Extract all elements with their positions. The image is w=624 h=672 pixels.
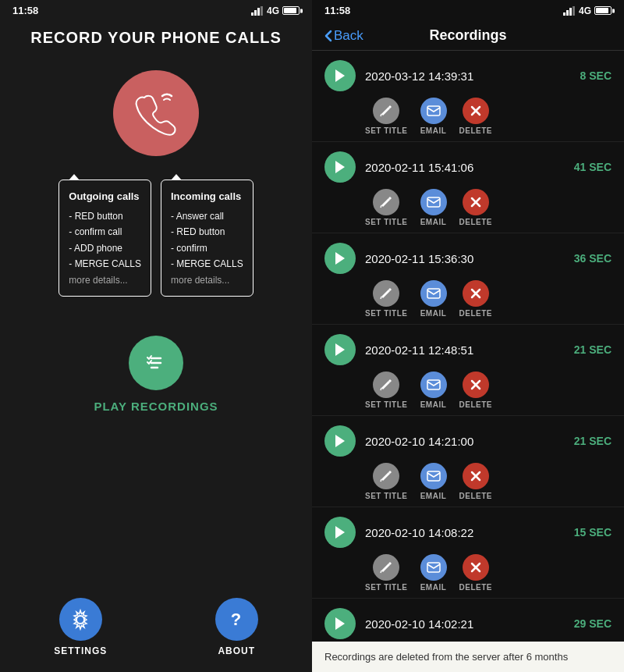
svg-text:?: ? [231, 610, 242, 629]
delete-icon-circle-3[interactable] [463, 372, 489, 398]
email-action-5[interactable]: EMAIL [420, 554, 447, 592]
delete-icon-circle-0[interactable] [463, 98, 489, 124]
outgoing-more[interactable]: more details... [69, 272, 141, 288]
x-icon-2 [469, 286, 483, 300]
recording-date-3: 2020-02-11 12:48:51 [365, 343, 565, 357]
edit-icon-circle-1[interactable] [373, 189, 399, 215]
left-status-bar: 11:58 4G [0, 0, 312, 21]
delete-action-4[interactable]: DELETE [459, 463, 492, 500]
incoming-item-2: - RED button [171, 224, 243, 240]
outgoing-calls-title: Outgoing calls [69, 188, 141, 205]
svg-rect-11 [569, 8, 572, 16]
delete-action-3[interactable]: DELETE [459, 372, 492, 409]
recording-duration-3: 21 SEC [574, 343, 612, 356]
svg-line-19 [381, 205, 381, 208]
recordings-list: 2020-03-12 14:39:31 8 SEC SET TITLE [312, 51, 624, 672]
set-title-label-3: SET TITLE [365, 400, 408, 409]
back-button[interactable]: Back [324, 28, 363, 44]
delete-action-1[interactable]: DELETE [459, 189, 492, 226]
svg-rect-12 [573, 6, 575, 16]
play-recordings-container[interactable]: PLAY RECORDINGS [94, 336, 218, 413]
play-button-2[interactable] [324, 243, 356, 274]
pencil-icon-3 [379, 378, 393, 392]
email-action-3[interactable]: EMAIL [420, 372, 447, 409]
outgoing-item-1: - RED button [69, 208, 141, 224]
edit-icon-circle-4[interactable] [373, 463, 399, 489]
edit-icon-circle-3[interactable] [373, 372, 399, 398]
delete-icon-circle-1[interactable] [463, 189, 489, 215]
about-icon-circle[interactable]: ? [215, 598, 258, 641]
set-title-action-2[interactable]: SET TITLE [365, 280, 408, 318]
recordings-title: Recordings [429, 27, 506, 44]
recording-item: 2020-02-11 15:36:30 36 SEC SET TITLE [312, 233, 624, 325]
svg-rect-40 [427, 563, 440, 572]
pencil-icon-2 [379, 286, 393, 300]
right-battery-icon [594, 6, 612, 15]
phone-icon [133, 90, 179, 137]
email-icon-circle-1[interactable] [420, 189, 447, 215]
play-button-1[interactable] [324, 151, 356, 183]
delete-action-2[interactable]: DELETE [459, 280, 492, 318]
main-title: RECORD YOUR PHONE CALLS [30, 29, 282, 47]
play-button-3[interactable] [324, 334, 356, 365]
set-title-label-0: SET TITLE [365, 126, 408, 135]
email-action-4[interactable]: EMAIL [420, 463, 447, 500]
play-button-6[interactable] [324, 608, 356, 639]
delete-icon-circle-5[interactable] [463, 554, 489, 581]
recording-date-1: 2020-02-11 15:41:06 [365, 161, 565, 174]
svg-rect-15 [427, 106, 440, 116]
email-icon-circle-4[interactable] [420, 463, 447, 489]
incoming-calls-title: Incoming calls [171, 188, 243, 205]
set-title-action-4[interactable]: SET TITLE [365, 463, 408, 500]
recording-duration-1: 41 SEC [574, 161, 612, 173]
email-label-4: EMAIL [420, 492, 447, 500]
email-action-1[interactable]: EMAIL [420, 189, 447, 226]
svg-marker-23 [335, 252, 345, 265]
svg-rect-35 [427, 471, 440, 481]
incoming-item-4: - MERGE CALLS [171, 256, 243, 272]
about-button[interactable]: ? ABOUT [215, 598, 258, 656]
incoming-more[interactable]: more details... [171, 272, 243, 288]
outgoing-item-2: - confirm call [69, 224, 141, 240]
edit-icon-circle-2[interactable] [373, 280, 399, 307]
svg-rect-10 [566, 10, 569, 16]
email-action-2[interactable]: EMAIL [420, 280, 447, 318]
x-icon-3 [469, 378, 483, 392]
edit-icon-circle-0[interactable] [373, 98, 399, 124]
play-button-5[interactable] [324, 517, 356, 548]
email-icon-2 [427, 288, 441, 299]
recording-date-6: 2020-02-10 14:02:21 [365, 617, 565, 631]
svg-marker-43 [335, 617, 345, 630]
play-button-0[interactable] [324, 60, 356, 91]
delete-label-4: DELETE [459, 492, 492, 500]
set-title-action-3[interactable]: SET TITLE [365, 372, 408, 409]
email-icon-circle-2[interactable] [420, 280, 447, 307]
delete-action-5[interactable]: DELETE [459, 554, 492, 592]
recording-date-4: 2020-02-10 14:21:00 [365, 435, 565, 448]
edit-icon-circle-5[interactable] [373, 554, 399, 581]
play-recordings-circle[interactable] [129, 336, 183, 390]
delete-icon-circle-4[interactable] [463, 463, 489, 489]
set-title-action-5[interactable]: SET TITLE [365, 554, 408, 592]
email-icon-circle-0[interactable] [420, 98, 447, 124]
email-icon-circle-3[interactable] [420, 372, 447, 398]
email-icon-circle-5[interactable] [420, 554, 447, 581]
play-button-4[interactable] [324, 425, 356, 457]
svg-line-39 [381, 571, 381, 573]
settings-button[interactable]: SETTINGS [54, 598, 107, 656]
delete-label-1: DELETE [459, 218, 492, 226]
settings-icon-circle[interactable] [59, 598, 102, 641]
set-title-action-1[interactable]: SET TITLE [365, 189, 408, 226]
signal-icon [251, 6, 264, 16]
email-icon-1 [427, 197, 441, 208]
right-status-icons: 4G [563, 5, 612, 16]
svg-line-24 [381, 297, 381, 299]
delete-action-0[interactable]: DELETE [459, 98, 492, 135]
set-title-label-2: SET TITLE [365, 309, 408, 318]
email-action-0[interactable]: EMAIL [420, 98, 447, 135]
pencil-icon-5 [379, 560, 393, 574]
delete-icon-circle-2[interactable] [463, 280, 489, 307]
left-time: 11:58 [12, 5, 38, 16]
set-title-action-0[interactable]: SET TITLE [365, 98, 408, 135]
play-icon-1 [334, 160, 346, 174]
